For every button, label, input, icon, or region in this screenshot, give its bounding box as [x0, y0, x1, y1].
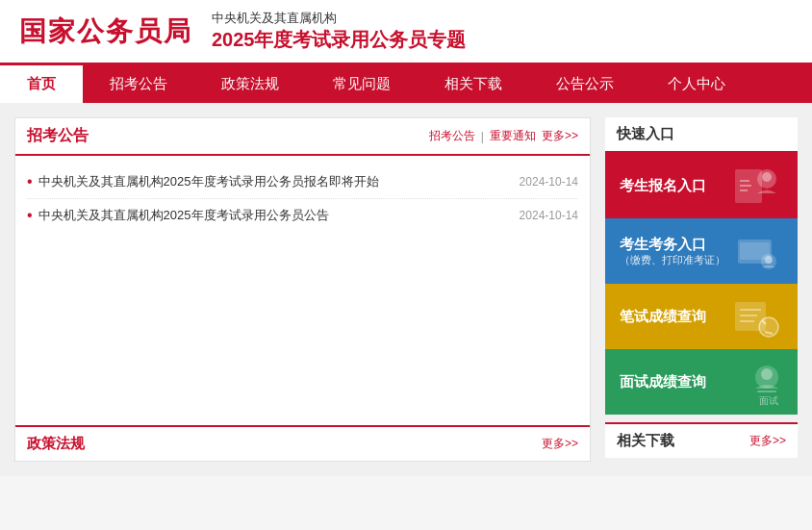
quick-access-header: 快速入口	[605, 117, 798, 153]
download-more[interactable]: 更多>>	[749, 433, 786, 449]
exam-affairs-sub: （缴费、打印准考证）	[620, 253, 725, 267]
svg-text:面试: 面试	[759, 395, 778, 406]
header: 国家公务员局 中央机关及其直属机构 2025年度考试录用公务员专题	[0, 0, 812, 65]
written-score-label: 笔试成绩查询	[620, 307, 706, 326]
svg-point-18	[761, 368, 773, 380]
download-title: 相关下载	[617, 432, 674, 450]
left-panel: 招考公告 招考公告 | 重要通知 更多>> • 中央机关及其直属机构2025年度…	[14, 117, 591, 462]
written-score-button[interactable]: 笔试成绩查询	[605, 284, 798, 349]
register-label: 考生报名入口	[620, 176, 706, 195]
right-panel: 快速入口 考生报名入口 考生考务入口 （缴费、打印准考证）	[605, 117, 798, 462]
announcement-title: 招考公告	[27, 126, 89, 146]
exam-affairs-button[interactable]: 考生考务入口 （缴费、打印准考证）	[605, 218, 798, 284]
bullet-icon: •	[27, 173, 33, 190]
news-date-2: 2024-10-14	[520, 209, 578, 222]
news-title-1[interactable]: 中央机关及其直属机构2025年度考试录用公务员报名即将开始	[38, 173, 510, 190]
news-title-2[interactable]: 中央机关及其直属机构2025年度考试录用公务员公告	[38, 207, 510, 224]
svg-rect-19	[757, 391, 776, 392]
link-announcement[interactable]: 招考公告	[429, 128, 475, 144]
exam-affairs-text: 考生考务入口 （缴费、打印准考证）	[620, 235, 725, 268]
nav-item-announcement[interactable]: 招考公告	[83, 65, 194, 103]
link-important[interactable]: 重要通知	[490, 128, 536, 144]
header-title: 中央机关及其直属机构 2025年度考试录用公务员专题	[212, 10, 467, 53]
news-date-1: 2024-10-14	[520, 175, 578, 189]
download-header: 相关下载 更多>>	[605, 422, 798, 458]
news-item-2: • 中央机关及其直属机构2025年度考试录用公务员公告 2024-10-14	[27, 199, 578, 232]
nav-item-faq[interactable]: 常见问题	[306, 65, 418, 103]
link-more-announcement[interactable]: 更多>>	[542, 128, 578, 144]
nav-item-download[interactable]: 相关下载	[418, 65, 529, 103]
interview-score-icon: 面试	[730, 356, 783, 409]
policy-more[interactable]: 更多>>	[542, 436, 578, 452]
nav-item-personal[interactable]: 个人中心	[641, 65, 752, 103]
exam-affairs-icon	[730, 225, 783, 278]
header-subtitle: 中央机关及其直属机构	[212, 10, 467, 27]
news-item-1: • 中央机关及其直属机构2025年度考试录用公务员报名即将开始 2024-10-…	[27, 165, 578, 199]
interview-score-label: 面试成绩查询	[620, 372, 706, 391]
bullet-icon-2: •	[27, 207, 33, 224]
header-main-title: 2025年度考试录用公务员专题	[212, 27, 467, 53]
nav-item-notice[interactable]: 公告公示	[529, 65, 641, 103]
written-score-icon	[730, 290, 783, 343]
navigation: 首页 招考公告 政策法规 常见问题 相关下载 公告公示 个人中心	[0, 65, 812, 103]
exam-affairs-label: 考生考务入口	[620, 235, 725, 254]
svg-point-9	[765, 256, 773, 264]
register-icon	[730, 160, 783, 213]
policy-title: 政策法规	[27, 435, 85, 453]
nav-item-policy[interactable]: 政策法规	[194, 65, 306, 103]
svg-point-2	[762, 172, 772, 182]
main-content: 招考公告 招考公告 | 重要通知 更多>> • 中央机关及其直属机构2025年度…	[0, 103, 812, 476]
news-list: • 中央机关及其直属机构2025年度考试录用公务员报名即将开始 2024-10-…	[15, 156, 590, 425]
interview-score-button[interactable]: 面试成绩查询 面试	[605, 349, 798, 415]
register-button[interactable]: 考生报名入口	[605, 153, 798, 218]
policy-footer: 政策法规 更多>>	[15, 425, 590, 461]
nav-item-home[interactable]: 首页	[0, 65, 83, 103]
quick-access-title: 快速入口	[617, 125, 674, 141]
announcement-links: 招考公告 | 重要通知 更多>>	[429, 128, 578, 144]
announcement-header: 招考公告 招考公告 | 重要通知 更多>>	[15, 118, 590, 156]
logo: 国家公务员局	[19, 13, 192, 50]
